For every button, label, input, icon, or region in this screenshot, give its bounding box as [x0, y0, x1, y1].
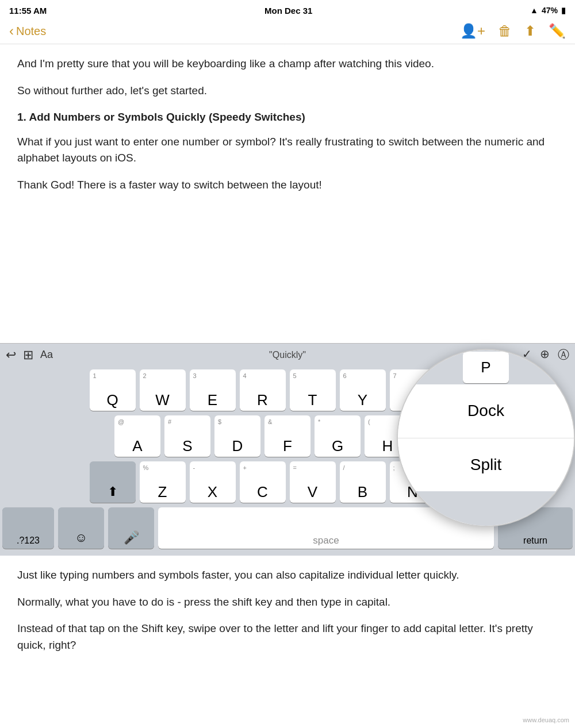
share-icon[interactable]: ⬆	[524, 23, 536, 39]
battery-label: 47%	[542, 6, 558, 15]
key-c[interactable]: + C	[240, 461, 286, 503]
magnifier-menu: Dock Split	[398, 384, 574, 491]
mic-key[interactable]: 🎤	[108, 507, 154, 549]
grid-icon[interactable]: ⊞	[23, 348, 33, 363]
nav-bar: ‹ Notes 👤+ 🗑 ⬆ ✏️	[0, 21, 575, 44]
keyboard: 1 Q 2 W 3 E 4 R 5 T 6 Y	[0, 366, 575, 556]
status-bar: 11:55 AM Mon Dec 31 ▲ 47% ▮	[0, 0, 575, 21]
bottom-paragraph-3: Instead of that tap on the Shift key, sw…	[17, 621, 558, 653]
key-d[interactable]: $ D	[214, 415, 260, 457]
key-t[interactable]: 5 T	[290, 369, 336, 411]
bottom-paragraph-2: Normally, what you have to do is - press…	[17, 594, 558, 611]
chevron-left-icon: ‹	[9, 23, 14, 39]
emoji-key[interactable]: ☺	[58, 507, 104, 549]
bottom-content: Just like typing numbers and symbols fas…	[0, 556, 575, 675]
key-y[interactable]: 6 Y	[340, 369, 386, 411]
caps-icon[interactable]: Ⓐ	[558, 347, 569, 363]
keyboard-section: ↩ ⊞ Aa "Quickly" ✓ ⊕ Ⓐ 1 Q 2 W 3 E	[0, 343, 575, 556]
numeric-key-left[interactable]: .?123	[2, 507, 54, 549]
paragraph-3: What if you just want to enter one numbe…	[17, 134, 558, 167]
bottom-paragraph-1: Just like typing numbers and symbols fas…	[17, 567, 558, 584]
back-button[interactable]: ‹ Notes	[9, 23, 46, 39]
paragraph-1: And I'm pretty sure that you will be key…	[17, 56, 558, 72]
key-p-label: P	[481, 359, 490, 376]
key-g[interactable]: * G	[315, 415, 361, 457]
dock-option[interactable]: Dock	[398, 384, 574, 438]
plus-circle-icon[interactable]: ⊕	[540, 347, 550, 363]
edit-icon[interactable]: ✏️	[549, 23, 566, 39]
format-aa[interactable]: Aa	[40, 349, 53, 361]
status-day: Mon Dec 31	[264, 6, 312, 16]
back-label: Notes	[16, 25, 46, 38]
add-user-icon[interactable]: 👤+	[460, 23, 485, 39]
key-f[interactable]: & F	[264, 415, 310, 457]
paragraph-2: So without further ado, let's get starte…	[17, 83, 558, 99]
note-content: And I'm pretty sure that you will be key…	[0, 44, 575, 343]
heading-1: 1. Add Numbers or Symbols Quickly (Speed…	[17, 109, 558, 126]
battery-icon: ▮	[561, 6, 566, 15]
paragraph-4: Thank God! There is a faster way to swit…	[17, 177, 558, 194]
watermark: www.deuaq.com	[523, 717, 569, 723]
key-z[interactable]: % Z	[140, 461, 186, 503]
key-e[interactable]: 3 E	[190, 369, 236, 411]
key-a[interactable]: @ A	[114, 415, 160, 457]
trash-icon[interactable]: 🗑	[498, 23, 512, 39]
split-option[interactable]: Split	[398, 438, 574, 492]
key-p-magnified[interactable]: P	[463, 352, 509, 383]
status-time: 11:55 AM	[9, 6, 47, 16]
wifi-icon: ▲	[530, 6, 538, 15]
magnifier-overlay: P Dock Split .?123 ⌨	[397, 349, 575, 527]
key-x[interactable]: - X	[190, 461, 236, 503]
nav-icons: 👤+ 🗑 ⬆ ✏️	[460, 23, 566, 39]
shift-key[interactable]: ⬆	[90, 461, 136, 503]
key-s[interactable]: # S	[164, 415, 210, 457]
key-v[interactable]: = V	[290, 461, 336, 503]
key-w[interactable]: 2 W	[140, 369, 186, 411]
key-b[interactable]: / B	[340, 461, 386, 503]
key-r[interactable]: 4 R	[240, 369, 286, 411]
undo-icon[interactable]: ↩	[6, 348, 16, 363]
status-right: ▲ 47% ▮	[530, 6, 566, 15]
key-q[interactable]: 1 Q	[90, 369, 136, 411]
